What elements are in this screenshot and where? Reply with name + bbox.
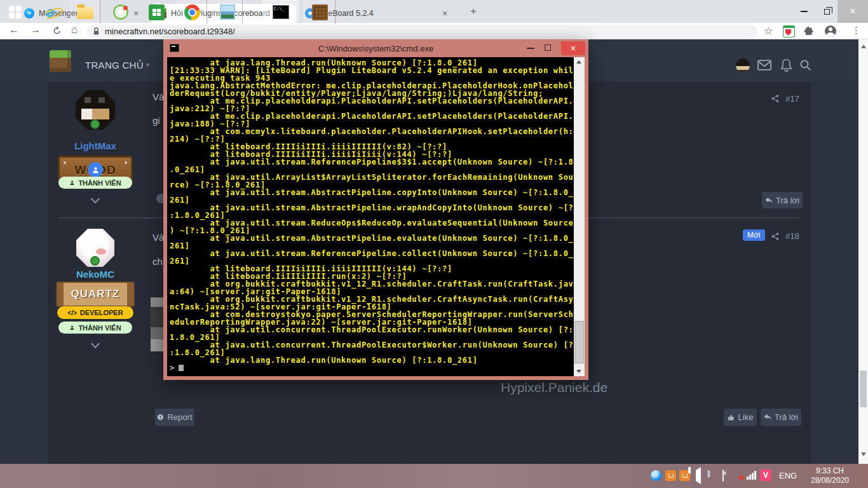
taskbar-clock[interactable]: 9:33 CH 28/08/2020 [799,466,860,485]
chrome-icon [184,4,200,20]
console-prompt: > [170,364,574,372]
search-icon[interactable] [799,59,811,71]
scrollbar-thumb[interactable] [860,370,867,407]
person-icon [69,180,75,186]
puzzle-extensions-icon[interactable] [803,25,815,37]
taskbar-chrome[interactable] [177,0,207,24]
start-button[interactable] [0,0,31,24]
chevron-down-icon: ▾ [146,61,149,68]
window-restore-button[interactable] [816,0,837,23]
post-number-link[interactable]: #18 [785,231,799,241]
taskbar-file-explorer[interactable] [70,0,100,24]
tray-java-icon[interactable] [665,470,676,481]
share-icon[interactable] [771,232,780,241]
browser-menu-icon[interactable]: ⋮ [851,25,861,36]
code-icon: </> [67,309,76,316]
thumbs-up-icon [728,414,735,421]
cmd-minimize-button[interactable] [527,48,534,49]
report-flag-icon [157,414,164,421]
language-indicator[interactable]: ENG [779,471,797,480]
cmd-window-title: C:\Windows\system32\cmd.exe [163,44,588,53]
forward-icon[interactable]: → [31,24,41,36]
cmd-title-bar[interactable]: C:\Windows\system32\cmd.exe [163,39,588,57]
post-text-fragment: gi [153,115,160,126]
bell-icon[interactable] [780,58,792,72]
home-icon[interactable]: ⌂ [71,24,78,36]
windows-logo-icon [9,6,22,18]
scroll-up-icon[interactable] [861,44,866,48]
taskbar-internet-explorer[interactable]: e [36,0,65,24]
internet-explorer-icon: e [46,4,54,20]
window-close-button[interactable]: × [837,0,868,23]
username-link[interactable]: LightMax [48,140,143,151]
cmd-scrollbar[interactable] [574,57,585,376]
role-badge-icon [88,162,103,177]
nav-home-link[interactable]: TRANG CHỦ [85,60,144,71]
reply-button[interactable]: Trả lời [761,409,801,426]
browser-profile-icon[interactable] [825,25,836,37]
online-status-icon [90,119,100,129]
taskbar-windows-store[interactable] [141,0,172,24]
cmd-restore-button[interactable] [545,44,551,51]
network-signal-icon[interactable] [747,471,756,480]
developer-badge: </> DEVELOPER [57,306,133,319]
report-button[interactable]: Report [155,409,194,426]
new-tab-button[interactable]: + [468,6,479,17]
bluetooth-icon[interactable]: ᛒ [707,469,712,478]
attached-image-fragment[interactable] [151,297,164,351]
post-number-link[interactable]: #17 [785,94,799,104]
post-text-fragment: Và [153,232,164,243]
taskbar-minecraft[interactable] [304,0,336,24]
cmd-icon: C:\_ [273,5,289,19]
taskbar-cmd[interactable]: C:\_ [263,0,299,24]
tab-close-icon[interactable]: × [440,8,450,18]
signature-text: Hypixel.Paniek.de [501,380,607,395]
tab-title: LiteBoard 5.2.4 [320,9,435,18]
rank-banner-quartz: QUARTZ [56,281,135,307]
scrollbar-thumb[interactable] [574,321,584,363]
screen: Messenger × Hỏi về Plugins - Scoreboard … [0,0,868,488]
lock-icon [93,27,100,36]
disc-icon [113,4,128,20]
user-avatar[interactable] [736,58,750,72]
scroll-down-icon[interactable] [861,452,866,456]
battery-icon[interactable] [722,470,724,482]
adblock-extension-icon[interactable] [783,25,795,37]
reload-icon[interactable] [52,26,62,36]
volume-icon[interactable] [696,467,701,484]
like-button[interactable]: Like [724,409,757,426]
photos-icon [220,4,235,20]
taskbar [0,464,868,488]
scroll-up-icon[interactable] [576,60,581,64]
scroll-down-icon[interactable] [576,370,581,373]
back-icon[interactable]: ← [9,24,19,36]
bookmark-star-icon[interactable]: ☆ [764,25,773,37]
window-minimize-button[interactable] [793,0,815,23]
member-badge: THÀNH VIÊN [58,177,132,189]
tray-browser-orb-icon[interactable] [651,470,661,481]
unikey-icon[interactable]: V [760,470,771,481]
share-icon[interactable] [771,94,780,103]
forum-logo-icon[interactable] [50,50,71,72]
post-text-fragment: ch [153,256,163,267]
console-stacktrace-text: at java.lang.Thread.run(Unknown Source) … [170,59,574,364]
console-output: at java.lang.Thread.run(Unknown Source) … [167,57,574,376]
member-badge: THÀNH VIÊN [58,322,132,334]
online-status-icon [90,256,100,266]
reply-arrow-icon [765,197,773,204]
cmd-window: C:\Windows\system32\cmd.exe × at java.la… [163,39,588,380]
reply-button[interactable]: Trả lời [762,192,803,208]
url-bar[interactable]: minecraftvn.net/scoreboard.t29348/ [86,25,757,38]
cmd-close-button[interactable]: × [561,41,585,55]
store-icon [149,4,165,20]
username-link[interactable]: NekoMC [48,269,143,280]
taskbar-disc-app[interactable] [105,0,136,24]
page-scrollbar[interactable] [858,39,868,464]
folder-icon [77,7,93,19]
url-text: minecraftvn.net/scoreboard.t29348/ [105,27,235,36]
taskbar-photos[interactable] [212,0,243,24]
console-cursor [179,365,184,371]
person-icon [69,325,75,330]
mail-icon[interactable] [757,60,771,71]
post-text-fragment: Và [153,92,164,102]
